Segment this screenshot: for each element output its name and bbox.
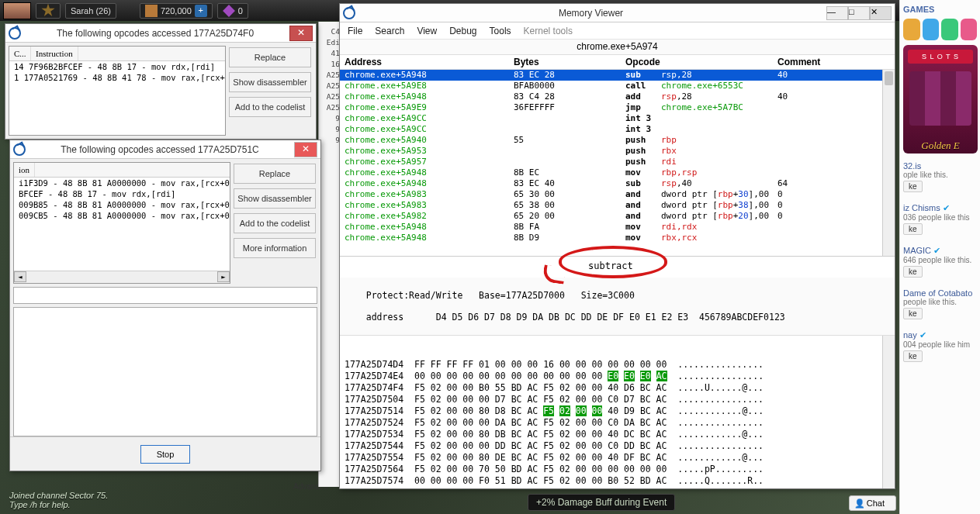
like-button[interactable]: ke [903,223,923,235]
like-button[interactable]: ke [903,181,923,192]
close-button[interactable]: ✕ [289,26,313,41]
page-link[interactable]: iz Chisms ✔ [903,203,977,213]
opcode-row[interactable]: i1F3D9 - 48 8B 81 A0000000 - mov rax,[rc… [14,178,230,188]
disasm-row[interactable]: chrome.exe+5A94055pushrbp [340,135,895,146]
menubar[interactable]: FileSearchViewDebugToolsKernel tools [340,22,895,40]
h-scrollbar[interactable]: ◄ ► [14,271,230,283]
hex-dump[interactable]: 177A25D74D4 FF FF FF FF 01 00 00 00 16 0… [340,336,895,488]
opcode-access-window-1[interactable]: The following opcodes accessed 177A25D74… [5,23,317,140]
opcode-access-window-2[interactable]: The following opcodes accessed 177A25D75… [9,140,321,471]
minimize-button[interactable]: — [826,6,848,20]
hex-row[interactable]: 177A25D7554 F5 02 00 00 80 DE BC AC F5 0… [345,452,890,464]
menu-view[interactable]: View [417,26,437,36]
disasm-row[interactable]: chrome.exe+5A9CCint 3 [340,124,895,135]
menu-kernel-tools[interactable]: Kernel tools [524,26,573,36]
opcode-list[interactable]: C... Instruction 14 7F96B2BFCEF - 48 8B … [9,46,226,136]
disasm-row[interactable]: chrome.exe+5A9488B D9movrbx,rcx [340,233,895,243]
hex-row[interactable]: 177A25D74D4 FF FF FF FF 01 00 00 00 16 0… [345,359,890,371]
add-to-codelist-button[interactable]: Add to the codelist [234,213,316,233]
opcode-row[interactable]: 1 177A0521769 - 48 8B 41 78 - mov rax,[r… [9,72,225,83]
disasm-row[interactable]: chrome.exe+5A98365 30 00anddword ptr [rb… [340,189,895,200]
game-tile[interactable] [923,19,940,40]
disasm-row[interactable]: chrome.exe+5A957pushrdi [340,157,895,167]
close-button[interactable]: ✕ [870,6,892,20]
hex-row[interactable]: 177A25D7524 F5 02 00 00 00 DA BC AC F5 0… [345,417,890,429]
stop-button[interactable]: Stop [140,445,190,464]
disasm-row[interactable]: chrome.exe+5A94883 C4 28addrsp,2840 [340,91,895,102]
player-level[interactable] [36,3,61,19]
page-link[interactable]: nay ✔ [903,330,977,340]
module-address[interactable]: chrome.exe+5A974 [340,40,895,55]
menu-tools[interactable]: Tools [490,26,511,36]
col-bytes[interactable]: Bytes [514,57,625,67]
scroll-left-button[interactable]: ◄ [14,271,26,282]
sidebar-page-item[interactable]: nay ✔004 people like himke [903,330,977,362]
disasm-row[interactable]: chrome.exe+5A953pushrbx [340,146,895,157]
show-disassembler-button[interactable]: Show disassembler [229,72,311,92]
replace-button[interactable]: Replace [234,164,316,184]
opcode-row[interactable]: 14 7F96B2BFCEF - 48 8B 17 - mov rdx,[rdi… [9,61,225,72]
col-address[interactable]: Address [345,57,514,67]
maximize-button[interactable]: □ [848,6,870,20]
more-information-button[interactable]: More information [234,238,316,258]
menu-file[interactable]: File [348,26,362,36]
add-to-codelist-button[interactable]: Add to the codelist [229,97,311,117]
game-tile[interactable] [941,19,958,40]
game-tiles[interactable] [903,19,977,40]
player-name[interactable]: Sarah (26) [65,3,116,19]
like-button[interactable]: ke [903,308,923,319]
opcode-list[interactable]: ion i1F3D9 - 48 8B 81 A0000000 - mov rax… [13,162,230,284]
sidebar-page-item[interactable]: Dame of Cotabatopeople like this.ke [903,288,977,319]
like-button[interactable]: ke [903,266,923,278]
disasm-row[interactable]: chrome.exe+5A9E8BFAB0000callchrome.exe+6… [340,81,895,91]
game-tile[interactable] [961,19,978,40]
menu-debug[interactable]: Debug [449,26,476,36]
hex-row[interactable]: 177A25D74F4 F5 02 00 00 B0 55 BD AC F5 0… [345,382,890,394]
hex-row[interactable]: 177A25D7504 F5 02 00 00 00 D7 BC AC F5 0… [345,394,890,405]
disasm-row[interactable]: chrome.exe+5A9488B ECmovrbp,rsp [340,167,895,178]
v-scrollbar[interactable] [882,70,895,256]
chat-button[interactable]: Chat [849,495,896,511]
v-scrollbar[interactable] [882,336,895,488]
col-instruction[interactable]: Instruction [31,47,78,60]
disassembly-list[interactable]: chrome.exe+5A94883 EC 28subrsp,2840chrom… [340,70,895,256]
col-opcode[interactable]: Opcode [625,57,777,67]
opcode-row[interactable]: BFCEF - 48 8B 17 - mov rdx,[rdi] [14,188,230,199]
avatar[interactable] [3,2,31,19]
game-tile[interactable] [903,19,920,40]
slot-ad[interactable]: S L O T S Golden E [903,45,978,154]
disasm-row[interactable]: chrome.exe+5A9488B FAmovrdi,rdx [340,222,895,233]
memory-viewer-window[interactable]: Memory Viewer — □ ✕ FileSearchViewDebugT… [339,3,895,489]
hex-row[interactable]: 177A25D7574 00 00 00 00 F0 51 BD AC F5 0… [345,475,890,487]
add-currency-button[interactable]: + [195,5,207,17]
page-link[interactable]: MAGIC ✔ [903,246,977,256]
opcode-row[interactable]: 009CB5 - 48 8B 81 A0000000 - mov rax,[rc… [14,210,230,221]
gems[interactable]: 0 [217,3,248,19]
hex-row[interactable]: 177A25D7584 F5 02 00 00 30 51 BD AC F5 0… [345,487,890,488]
page-link[interactable]: Dame of Cotabato [903,288,977,298]
col-count[interactable]: C... [9,47,31,60]
disasm-row[interactable]: chrome.exe+5A9CCint 3 [340,113,895,124]
hex-row[interactable]: 177A25D7534 F5 02 00 00 80 DB BC AC F5 0… [345,429,890,440]
currency[interactable]: 720,000+ [140,3,213,19]
col-comment[interactable]: Comment [777,57,890,67]
disasm-row[interactable]: chrome.exe+5A98265 20 00anddword ptr [rb… [340,211,895,222]
sidebar-page-item[interactable]: iz Chisms ✔036 people like thiske [903,203,977,235]
hex-row[interactable]: 177A25D74E4 00 00 00 00 00 00 00 00 00 0… [345,371,890,382]
disasm-row[interactable]: chrome.exe+5A98365 38 00anddword ptr [rb… [340,200,895,211]
hex-row[interactable]: 177A25D7564 F5 02 00 00 70 50 BD AC F5 0… [345,464,890,475]
disasm-row[interactable]: chrome.exe+5A9E936FEFFFFjmpchrome.exe+5A… [340,102,895,113]
menu-search[interactable]: Search [375,26,404,36]
hex-row[interactable]: 177A25D7544 F5 02 00 00 00 DD BC AC F5 0… [345,440,890,452]
opcode-row[interactable]: 009B85 - 48 8B 81 A0000000 - mov rax,[rc… [14,199,230,210]
close-button[interactable]: ✕ [294,142,317,157]
sidebar-page-item[interactable]: MAGIC ✔646 people like this.ke [903,246,977,278]
replace-button[interactable]: Replace [229,47,311,67]
col-instruction[interactable]: ion [14,163,35,177]
page-link[interactable]: 32.is [903,161,977,171]
hex-row[interactable]: 177A25D7514 F5 02 00 00 80 D8 BC AC F5 0… [345,405,890,417]
scroll-right-button[interactable]: ► [217,271,230,282]
sidebar-page-item[interactable]: 32.isople like this.ke [903,161,977,192]
show-disassembler-button[interactable]: Show disassembler [234,188,316,209]
like-button[interactable]: ke [903,350,923,362]
